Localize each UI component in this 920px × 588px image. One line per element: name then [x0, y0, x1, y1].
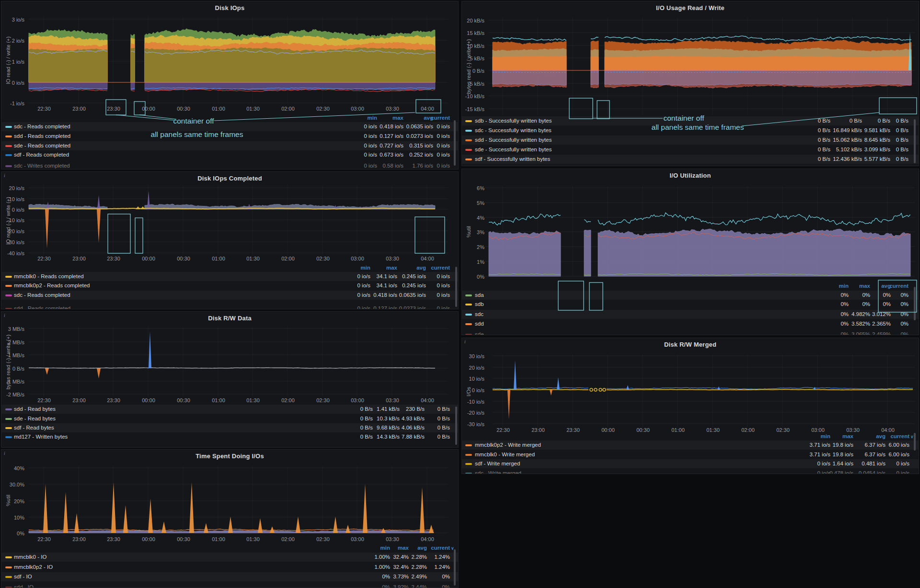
series-swatch-icon[interactable]: [465, 130, 472, 132]
panel-title[interactable]: Disk IOps Completed: [1, 175, 458, 182]
series-label[interactable]: sdf - Successfully written bytes: [475, 156, 550, 162]
series-swatch-icon[interactable]: [5, 154, 12, 156]
legend-header-row: minmaxavgcurrent: [462, 282, 919, 291]
series-swatch-icon[interactable]: [5, 566, 12, 568]
series-label[interactable]: sdd: [475, 321, 484, 327]
y-tick-label: 2%: [461, 244, 484, 250]
info-icon[interactable]: i: [4, 451, 5, 456]
series-swatch-icon[interactable]: [465, 149, 472, 151]
series-swatch-icon[interactable]: [5, 294, 12, 296]
series-label[interactable]: sdd - Reads completed: [14, 305, 70, 309]
x-tick-label: 23:30: [107, 397, 120, 403]
stat-header-current[interactable]: current: [847, 433, 909, 439]
stat-header-current[interactable]: current: [388, 265, 450, 271]
stat-value: 0 B/s: [388, 434, 450, 440]
series-label[interactable]: sdc - Writes completed: [14, 163, 70, 169]
series-swatch-icon[interactable]: [5, 276, 12, 278]
legend-scrollbar[interactable]: [914, 287, 916, 320]
info-icon[interactable]: i: [464, 339, 466, 344]
info-icon[interactable]: i: [4, 313, 5, 318]
series-label[interactable]: sdf - Read bytes: [14, 425, 54, 430]
stat-header-current[interactable]: current: [846, 283, 908, 289]
x-tick-label: 00:30: [177, 256, 190, 261]
legend-scrollbar[interactable]: [455, 267, 457, 307]
legend-row: sde0%3.065%2.459%0%: [462, 330, 919, 335]
series-label[interactable]: sdf - Reads completed: [14, 152, 69, 158]
series-swatch-icon[interactable]: [465, 463, 472, 465]
x-tick-label: 01:00: [212, 536, 225, 542]
series-swatch-icon[interactable]: [5, 136, 12, 137]
legend-scrollbar[interactable]: [914, 433, 916, 451]
series-swatch-icon[interactable]: [5, 436, 12, 438]
series-label[interactable]: sdb - Successfully written bytes: [475, 118, 552, 124]
series-swatch-icon[interactable]: [465, 323, 472, 325]
y-tick-label: 5 kB/s: [461, 56, 484, 61]
series-swatch-icon[interactable]: [5, 145, 12, 147]
x-tick-label: 23:00: [72, 397, 86, 403]
series-label[interactable]: sdc - Write merged: [475, 470, 521, 474]
x-tick-label: 02:30: [316, 106, 330, 112]
y-tick-label: -10 kB/s: [461, 93, 484, 99]
panel-title[interactable]: I/O Utilization: [462, 172, 919, 179]
series-label[interactable]: sdd - Successfully written bytes: [475, 137, 552, 143]
series-label[interactable]: mmcblk0 - Reads completed: [14, 273, 84, 279]
series-label[interactable]: sdc - Successfully written bytes: [475, 127, 552, 133]
series-label[interactable]: mmcblk0 - Write merged: [475, 452, 535, 457]
series-swatch-icon[interactable]: [5, 126, 12, 128]
series-swatch-icon[interactable]: [5, 418, 12, 420]
x-tick-label: 02:30: [316, 536, 330, 542]
series-swatch-icon[interactable]: [465, 314, 472, 316]
series-label[interactable]: sde: [475, 331, 484, 335]
legend-scrollbar[interactable]: [914, 119, 916, 163]
series-swatch-icon[interactable]: [5, 408, 12, 410]
stat-header-current[interactable]: current: [388, 115, 450, 121]
series-swatch-icon[interactable]: [465, 444, 472, 446]
panel-title[interactable]: I/O Usage Read / Write: [462, 4, 919, 11]
series-label[interactable]: md127 - Written bytes: [14, 434, 68, 440]
series-label[interactable]: mmcblk0p2 - Reads completed: [14, 283, 90, 288]
series-swatch-icon[interactable]: [5, 285, 12, 287]
series-label[interactable]: sdf - Write merged: [475, 461, 520, 466]
panel-title[interactable]: Disk R/W Data: [1, 315, 458, 322]
sort-caret-icon[interactable]: ∨: [910, 434, 914, 439]
series-label[interactable]: mmcblk0 - IO: [14, 554, 46, 560]
series-swatch-icon[interactable]: [5, 165, 12, 167]
stat-value: 6.00 io/s: [847, 452, 909, 457]
series-swatch-icon[interactable]: [465, 294, 472, 296]
legend-scrollbar[interactable]: [454, 549, 456, 586]
series-label[interactable]: sda: [475, 292, 484, 298]
legend-scrollbar[interactable]: [455, 407, 457, 445]
series-label[interactable]: mmcblk0p2 - Write merged: [475, 442, 541, 448]
series-label[interactable]: sdf - IO: [14, 574, 32, 579]
series-label[interactable]: sdb: [475, 301, 484, 307]
series-label[interactable]: sdc - Reads completed: [14, 124, 70, 129]
panel-title[interactable]: Time Spent Doing I/Os: [1, 452, 458, 460]
y-tick-label: 2 io/s: [1, 38, 24, 44]
stat-value: 0 B/s: [846, 118, 908, 124]
x-tick-label: 00:00: [142, 256, 155, 261]
series-label[interactable]: sde - Read bytes: [14, 416, 56, 421]
series-swatch-icon[interactable]: [465, 304, 472, 305]
panel-title[interactable]: Disk R/W Merged: [462, 341, 919, 348]
series-swatch-icon[interactable]: [465, 120, 472, 122]
series-swatch-icon[interactable]: [5, 576, 12, 578]
series-swatch-icon[interactable]: [5, 427, 12, 429]
series-label[interactable]: sdc: [475, 311, 483, 317]
series-label[interactable]: sde - Successfully written bytes: [475, 147, 552, 152]
y-tick-label: 4%: [461, 215, 484, 221]
series-label[interactable]: sdc - Reads completed: [14, 292, 70, 298]
series-swatch-icon[interactable]: [465, 454, 472, 456]
legend-row: sdf - IO0%3.73%2.49%0%: [1, 572, 458, 581]
series-swatch-icon[interactable]: [465, 158, 472, 160]
series-label[interactable]: sdd - Reads completed: [14, 133, 70, 139]
panel-title[interactable]: Disk IOps: [1, 4, 458, 11]
legend-scrollbar[interactable]: [454, 120, 456, 166]
series-label[interactable]: sdd - Read bytes: [14, 406, 56, 412]
series-swatch-icon[interactable]: [465, 139, 472, 141]
stat-header-current[interactable]: current: [388, 545, 450, 551]
series-swatch-icon[interactable]: [5, 556, 12, 558]
series-label[interactable]: sde - Reads completed: [14, 143, 70, 148]
info-icon[interactable]: i: [4, 173, 5, 178]
series-label[interactable]: sdd - IO: [14, 584, 34, 588]
series-label[interactable]: mmcblk0p2 - IO: [14, 564, 53, 570]
